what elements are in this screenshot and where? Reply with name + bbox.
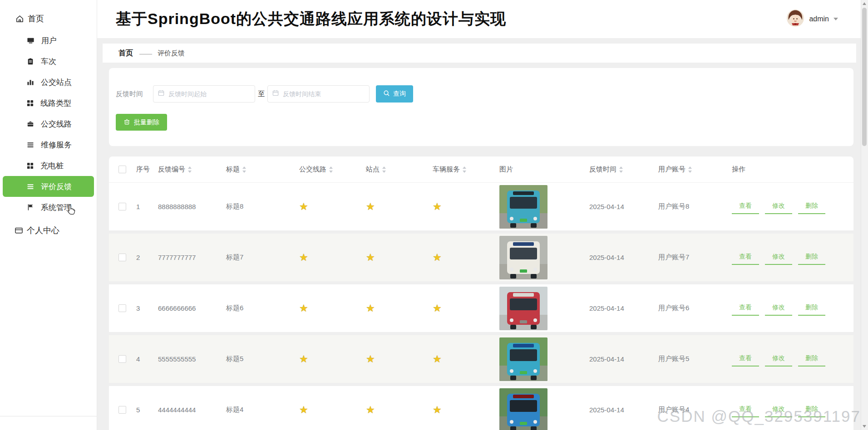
- cursor-icon: [66, 204, 76, 217]
- feedback-title: 标题5: [223, 355, 295, 363]
- col-header-code: 反馈编号: [155, 165, 223, 174]
- sort-icon[interactable]: [382, 166, 386, 173]
- feedback-title: 标题8: [223, 202, 295, 211]
- calendar-icon: [272, 90, 279, 98]
- sidebar-item-trips[interactable]: 车次: [0, 51, 97, 72]
- briefcase-icon: [27, 120, 34, 127]
- feedback-code: 7777777777: [155, 254, 223, 261]
- batch-delete-button[interactable]: 批量删除: [116, 114, 167, 131]
- feedback-photo[interactable]: [499, 185, 547, 229]
- feedback-table: 序号 反馈编号 标题 公交线路 站点 车辆服务 图片 反馈时间 用户账号 操作 …: [109, 156, 853, 430]
- calendar-icon: [158, 90, 164, 98]
- delete-button[interactable]: 删除: [798, 250, 825, 265]
- scrollbar[interactable]: [861, 0, 868, 430]
- sort-icon[interactable]: [242, 166, 247, 173]
- monitor-icon: [27, 37, 35, 44]
- user-account: 用户账号8: [656, 202, 729, 211]
- sort-icon[interactable]: [329, 166, 333, 173]
- feedback-photo[interactable]: [499, 287, 547, 330]
- sort-icon[interactable]: [619, 166, 623, 173]
- row-checkbox[interactable]: [118, 304, 126, 312]
- delete-button[interactable]: 删除: [798, 352, 825, 366]
- sidebar-menu: 用户 车次 公交站点 线路类型 公交线路 维修服务 充电桩 评价反馈: [0, 30, 97, 218]
- sidebar-item-label: 车次: [41, 56, 56, 67]
- sidebar-item-system-management[interactable]: 系统管理: [0, 197, 97, 218]
- sidebar-item-label: 线路类型: [40, 98, 71, 108]
- list-icon: [27, 183, 34, 190]
- main-content: 首页 —— 评价反馈 反馈时间 至 查询 批量删除: [97, 38, 868, 430]
- sidebar-item-label: 充电桩: [40, 161, 64, 171]
- edit-button[interactable]: 修改: [765, 301, 792, 316]
- row-checkbox[interactable]: [118, 406, 126, 414]
- sort-icon[interactable]: [187, 166, 192, 173]
- sidebar-item-feedback[interactable]: 评价反馈: [3, 176, 94, 197]
- sidebar-item-label: 公交站点: [41, 77, 72, 88]
- feedback-date: 2025-04-14: [587, 304, 656, 312]
- table-row: 1 8888888888 标题8 ★ ★ ★ 2025-04-14 用户账号8 …: [109, 183, 853, 230]
- sidebar-item-repair-service[interactable]: 维修服务: [0, 134, 97, 155]
- sidebar-item-charging-piles[interactable]: 充电桩: [0, 155, 97, 176]
- row-checkbox[interactable]: [118, 355, 126, 363]
- sidebar-item-route-types[interactable]: 线路类型: [0, 93, 97, 113]
- view-button[interactable]: 查看: [732, 352, 759, 366]
- breadcrumb-home[interactable]: 首页: [118, 49, 133, 58]
- feedback-date: 2025-04-14: [587, 254, 656, 261]
- sort-icon[interactable]: [462, 166, 467, 173]
- to-label: 至: [258, 90, 265, 98]
- view-button[interactable]: 查看: [732, 200, 759, 214]
- edit-button[interactable]: 修改: [765, 250, 792, 265]
- select-all-checkbox[interactable]: [118, 166, 126, 173]
- search-button[interactable]: 查询: [376, 85, 413, 103]
- delete-button[interactable]: 删除: [798, 200, 825, 214]
- table-row: 4 5555555555 标题5 ★ ★ ★ 2025-04-14 用户账号5 …: [109, 335, 853, 383]
- feedback-photo[interactable]: [499, 337, 547, 381]
- star-icon: ★: [299, 405, 308, 415]
- table-body: 1 8888888888 标题8 ★ ★ ★ 2025-04-14 用户账号8 …: [109, 183, 853, 430]
- scroll-down-icon[interactable]: [863, 425, 866, 428]
- scroll-up-icon[interactable]: [863, 2, 866, 5]
- view-button[interactable]: 查看: [732, 250, 759, 265]
- star-icon: ★: [366, 253, 375, 263]
- delete-button[interactable]: 删除: [798, 301, 825, 316]
- col-header-bus-line: 公交线路: [295, 165, 362, 174]
- feedback-photo[interactable]: [499, 236, 547, 279]
- list-icon: [27, 142, 34, 148]
- star-icon: ★: [366, 405, 375, 415]
- sidebar-item-profile[interactable]: 个人中心: [0, 220, 97, 241]
- star-icon: ★: [366, 354, 375, 364]
- breadcrumb-separator: ——: [139, 49, 151, 57]
- sidebar-item-bus-routes[interactable]: 公交线路: [0, 113, 97, 134]
- date-end-input[interactable]: [282, 90, 365, 98]
- sidebar-item-home[interactable]: 首页: [0, 7, 97, 30]
- sidebar-item-users[interactable]: 用户: [0, 30, 97, 51]
- star-icon: ★: [433, 303, 442, 313]
- sidebar-item-label: 维修服务: [41, 140, 72, 150]
- edit-button[interactable]: 修改: [765, 200, 792, 214]
- scrollbar-thumb[interactable]: [862, 8, 867, 146]
- grid-icon: [27, 100, 34, 107]
- feedback-photo[interactable]: [499, 388, 547, 430]
- star-icon: ★: [299, 303, 308, 313]
- star-icon: ★: [366, 202, 375, 212]
- star-icon: ★: [433, 202, 442, 212]
- col-header-time: 反馈时间: [587, 165, 656, 174]
- avatar: [786, 9, 804, 29]
- sidebar-item-bus-stations[interactable]: 公交站点: [0, 72, 97, 93]
- row-checkbox[interactable]: [118, 254, 126, 261]
- view-button[interactable]: 查看: [732, 301, 759, 316]
- row-checkbox[interactable]: [118, 203, 126, 210]
- user-account: 用户账号7: [656, 253, 729, 262]
- sidebar-item-label: 用户: [41, 35, 57, 46]
- date-end-field[interactable]: [267, 85, 370, 103]
- sidebar: 首页 用户 车次 公交站点 线路类型 公交线路 维修服务 充电桩: [0, 0, 97, 430]
- feedback-code: 5555555555: [155, 355, 223, 363]
- date-start-input[interactable]: [168, 90, 250, 98]
- star-icon: ★: [299, 253, 308, 263]
- sidebar-item-label: 首页: [28, 13, 44, 24]
- date-start-field[interactable]: [153, 85, 255, 103]
- sort-icon[interactable]: [688, 166, 692, 173]
- user-menu[interactable]: admin: [786, 9, 838, 29]
- col-header-no: 序号: [133, 165, 155, 174]
- search-icon: [383, 90, 390, 98]
- edit-button[interactable]: 修改: [765, 352, 792, 366]
